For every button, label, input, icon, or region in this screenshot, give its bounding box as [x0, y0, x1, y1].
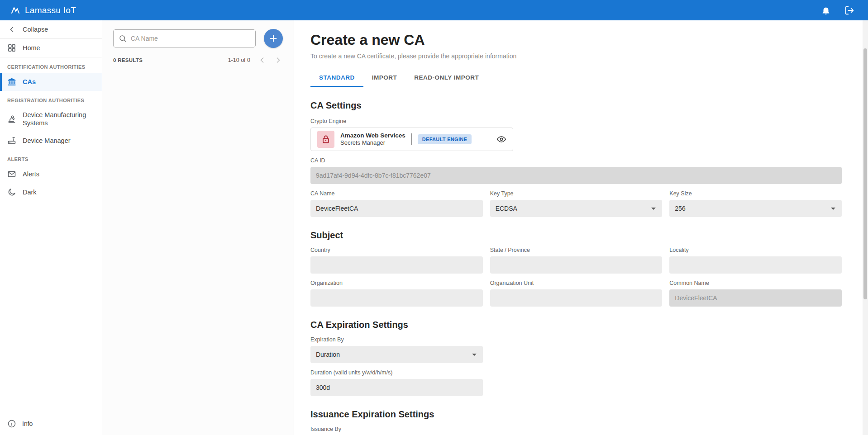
tab-read-only-import[interactable]: READ-ONLY IMPORT [405, 68, 487, 87]
key-type-field-group: Key Type ECDSA [490, 190, 663, 217]
ca-id-field-group: CA ID [310, 157, 842, 184]
home-grid-icon [7, 43, 16, 52]
engine-card-divider [411, 133, 412, 145]
sidebar-item-info[interactable]: Info [0, 412, 102, 435]
lock-icon [320, 134, 331, 145]
main-content: Create a new CA To create a new CA certi… [294, 20, 868, 435]
device-manufacturing-systems-label: Device Manufacturing Systems [23, 111, 95, 127]
topbar: Lamassu IoT [0, 0, 868, 20]
app-body: Collapse Home CERTIFICATION AUTHORITIES … [0, 20, 868, 435]
brand[interactable]: Lamassu IoT [10, 5, 76, 16]
page-subtitle: To create a new CA certificate, please p… [310, 52, 842, 60]
issuance-expiration-heading: Issuance Expiration Settings [310, 409, 842, 420]
sidebar-item-alerts[interactable]: Alerts [0, 165, 102, 183]
expiration-by-label: Expiration By [310, 336, 483, 343]
ca-list-panel: 0 RESULTS 1-10 of 0 [102, 20, 294, 435]
expiration-by-value: Duration [316, 351, 340, 358]
device-manager-label: Device Manager [23, 137, 71, 145]
default-engine-badge: DEFAULT ENGINE [418, 134, 472, 144]
expiration-by-field-group: Expiration By Duration [310, 336, 483, 363]
locality-label: Locality [669, 247, 842, 254]
sidebar-item-device-manufacturing-systems[interactable]: Device Manufacturing Systems [0, 106, 102, 132]
locality-field-group: Locality [669, 247, 842, 274]
duration-label: Duration (valid units y/w/d/h/m/s) [310, 369, 483, 376]
crypto-engine-card[interactable]: Amazon Web Services Secrets Manager DEFA… [310, 128, 513, 151]
section-header-registration-authorities: REGISTRATION AUTHORITIES [0, 91, 102, 106]
dropdown-arrow-icon [651, 208, 656, 210]
dark-label: Dark [23, 188, 37, 196]
sidebar-item-home[interactable]: Home [0, 39, 102, 57]
aws-secrets-manager-icon [317, 131, 334, 148]
locality-input[interactable] [669, 256, 842, 274]
ca-name-input[interactable] [310, 200, 483, 217]
ca-id-input [310, 167, 842, 184]
organization-unit-input[interactable] [490, 289, 663, 307]
previous-page-icon[interactable] [258, 56, 267, 65]
crypto-engine-label: Crypto Engine [310, 118, 842, 125]
duration-input[interactable] [310, 379, 483, 396]
organization-unit-label: Organization Unit [490, 280, 663, 287]
sidebar-item-cas[interactable]: CAs [0, 73, 102, 91]
sidebar-collapse-button[interactable]: Collapse [0, 20, 102, 39]
ca-name-search-input[interactable] [131, 35, 250, 42]
common-name-field-group: Common Name [669, 280, 842, 307]
country-input[interactable] [310, 256, 483, 274]
organization-unit-field-group: Organization Unit [490, 280, 663, 307]
sidebar-item-device-manager[interactable]: Device Manager [0, 132, 102, 150]
key-type-value: ECDSA [496, 205, 517, 212]
organization-input[interactable] [310, 289, 483, 307]
notifications-icon[interactable] [821, 5, 831, 15]
brand-title: Lamassu IoT [25, 5, 76, 15]
info-icon [7, 419, 16, 428]
tab-import[interactable]: IMPORT [363, 68, 406, 87]
ca-id-label: CA ID [310, 157, 842, 164]
organization-label: Organization [310, 280, 483, 287]
key-size-select[interactable]: 256 [669, 200, 842, 217]
router-icon [7, 136, 16, 145]
logout-icon[interactable] [844, 5, 854, 15]
dropdown-arrow-icon [472, 354, 477, 356]
country-label: Country [310, 247, 483, 254]
search-icon [119, 34, 127, 43]
topbar-actions [821, 5, 858, 15]
state-field-group: State / Province [490, 247, 663, 274]
tab-standard[interactable]: STANDARD [310, 68, 363, 87]
add-ca-button[interactable] [264, 29, 283, 48]
issuance-by-label: Issuance By [310, 426, 483, 433]
eye-icon[interactable] [496, 134, 506, 144]
section-header-certification-authorities: CERTIFICATION AUTHORITIES [0, 57, 102, 73]
dropdown-arrow-icon [831, 208, 835, 210]
scrollbar[interactable] [863, 20, 868, 435]
next-page-icon[interactable] [274, 56, 283, 65]
scrollbar-thumb[interactable] [863, 48, 867, 299]
subject-heading: Subject [310, 230, 842, 241]
ca-settings-field-row: CA Name Key Type ECDSA Key Size 256 [310, 190, 842, 217]
search-row [113, 29, 283, 48]
alerts-label: Alerts [23, 170, 39, 178]
page-title: Create a new CA [310, 31, 842, 48]
search-box[interactable] [113, 29, 256, 47]
lamassu-logo-icon [10, 5, 21, 16]
home-label: Home [23, 44, 40, 52]
info-label: Info [22, 420, 33, 427]
engine-name: Amazon Web Services [340, 132, 405, 140]
subject-field-row-2: Organization Organization Unit Common Na… [310, 280, 842, 307]
subject-field-row-1: Country State / Province Locality [310, 247, 842, 274]
chevron-left-icon [7, 25, 16, 34]
mail-icon [7, 170, 16, 179]
robot-arm-icon [7, 114, 16, 123]
ca-expiration-heading: CA Expiration Settings [310, 319, 842, 330]
moon-icon [7, 188, 16, 197]
tabs: STANDARD IMPORT READ-ONLY IMPORT [310, 68, 842, 87]
ca-name-field-group: CA Name [310, 190, 483, 217]
bank-icon [7, 77, 16, 86]
engine-type: Secrets Manager [340, 139, 405, 147]
expiration-by-select[interactable]: Duration [310, 346, 483, 363]
organization-field-group: Organization [310, 280, 483, 307]
plus-icon [268, 33, 278, 43]
pagination: 1-10 of 0 [228, 56, 283, 65]
sidebar-item-dark[interactable]: Dark [0, 183, 102, 201]
state-input[interactable] [490, 256, 663, 274]
key-type-select[interactable]: ECDSA [490, 200, 663, 217]
pagination-label: 1-10 of 0 [228, 57, 250, 63]
